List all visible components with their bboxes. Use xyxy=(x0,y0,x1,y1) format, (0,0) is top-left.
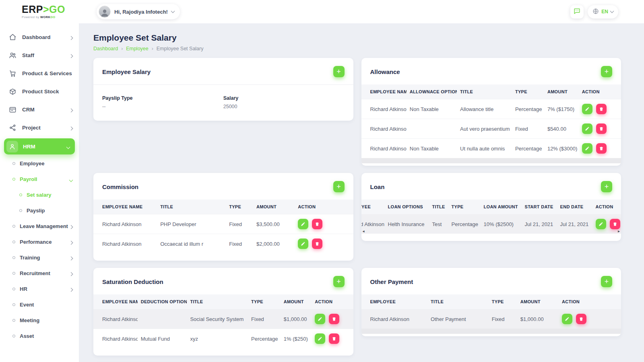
edit-button[interactable] xyxy=(562,314,572,324)
action-cell xyxy=(579,139,621,158)
column-header: EMPLOYEE xyxy=(361,294,428,309)
sidebar-item-set-salary[interactable]: Set salary xyxy=(0,187,79,203)
action-cell xyxy=(579,119,621,139)
card-header: Loan + xyxy=(361,173,621,200)
deduction-table: EMPLOYEE NAME DEDUCTION OPTION TITLE TYP… xyxy=(93,294,353,348)
language-label: EN xyxy=(601,9,608,14)
delete-button[interactable] xyxy=(596,104,607,114)
sidebar-item-payslip[interactable]: Payslip xyxy=(0,203,79,218)
edit-button[interactable] xyxy=(298,239,308,249)
payslip-type-field: Payslip Type -- xyxy=(102,95,223,109)
sidebar-item-staff[interactable]: Staff xyxy=(0,46,79,64)
sidebar-item-meeting[interactable]: Meeting xyxy=(0,313,79,328)
app-logo[interactable]: ERP>GO Powered by WORKDO xyxy=(0,4,79,19)
add-loan-button[interactable]: + xyxy=(601,181,612,192)
add-deduction-button[interactable]: + xyxy=(333,276,345,287)
users-icon xyxy=(9,51,17,59)
bullet-icon xyxy=(12,303,15,306)
sidebar-item-product-stock[interactable]: Product Stock xyxy=(0,82,79,101)
salary-details: Payslip Type -- Salary 25000 xyxy=(93,85,353,121)
delete-button[interactable] xyxy=(596,123,607,134)
loan-table: EMPLOYEE LOAN OPTIONS TITLE TYPE LOAN AM… xyxy=(361,200,621,234)
user-menu[interactable]: Hi, Rajodiya Infotech! xyxy=(97,4,180,19)
add-commission-button[interactable]: + xyxy=(333,181,345,192)
trash-icon xyxy=(599,126,604,131)
sidebar-item-dashboard[interactable]: Dashboard xyxy=(0,28,79,46)
column-header: TYPE xyxy=(248,294,281,309)
sidebar-item-performance[interactable]: Performance xyxy=(0,234,79,250)
card-header: Allowance + xyxy=(361,58,621,84)
delete-button[interactable] xyxy=(312,219,322,229)
pencil-icon xyxy=(318,317,322,321)
action-cell xyxy=(295,234,353,254)
cart-icon xyxy=(9,70,17,77)
bullet-icon xyxy=(12,162,15,165)
edit-button[interactable] xyxy=(315,314,325,324)
column-header: EMPLOYEE NAME xyxy=(93,200,157,214)
table-header-row: EMPLOYEE NAME ALLOWNACE OPTION TITLE TYP… xyxy=(361,84,621,99)
edit-button[interactable] xyxy=(315,333,325,344)
edit-button[interactable] xyxy=(582,104,592,114)
column-header: ACTION xyxy=(312,294,353,309)
column-header: EMPLOYEE xyxy=(361,200,385,214)
sidebar-item-hrm[interactable]: HRM xyxy=(4,138,75,154)
other-payment-card: Other Payment + EMPLOYEE TITLE TYPE AMOU… xyxy=(361,268,621,336)
sidebar-item-project[interactable]: Project xyxy=(0,119,79,137)
column-header: START DATE xyxy=(522,200,557,214)
edit-button[interactable] xyxy=(582,143,592,154)
sidebar-item-crm[interactable]: CRM xyxy=(0,101,79,119)
chat-icon xyxy=(573,7,581,16)
breadcrumb-dashboard[interactable]: Dashboard xyxy=(93,46,118,51)
sidebar-item-product-services[interactable]: Product & Services xyxy=(0,64,79,82)
chevron-right-icon xyxy=(70,124,72,132)
action-cell xyxy=(559,309,621,329)
plus-icon: + xyxy=(605,68,609,75)
delete-button[interactable] xyxy=(596,143,607,154)
add-allowance-button[interactable]: + xyxy=(601,66,612,77)
sidebar-item-payroll[interactable]: Payroll xyxy=(0,171,79,187)
delete-button[interactable] xyxy=(329,314,339,324)
sidebar-item-recruitment[interactable]: Recruitment xyxy=(0,265,79,281)
card-title: Loan xyxy=(370,183,385,190)
column-header: ALLOWNACE OPTION xyxy=(407,84,457,99)
horizontal-scrollbar-track[interactable] xyxy=(361,158,621,163)
sidebar-item-event[interactable]: Event xyxy=(0,297,79,313)
delete-button[interactable] xyxy=(610,219,620,229)
card-title: Other Payment xyxy=(370,278,413,285)
add-other-payment-button[interactable]: + xyxy=(601,276,612,287)
edit-button[interactable] xyxy=(596,219,606,229)
sidebar-item-employee[interactable]: Employee xyxy=(0,156,79,171)
breadcrumb-employee[interactable]: Employee xyxy=(126,46,149,51)
column-header: ACTION xyxy=(592,200,621,214)
add-salary-button[interactable]: + xyxy=(333,66,345,77)
assistant-button[interactable] xyxy=(570,5,584,19)
trash-icon xyxy=(579,317,584,321)
trash-icon xyxy=(332,317,336,321)
sidebar-item-training[interactable]: Training xyxy=(0,250,79,265)
column-header: AMOUNT xyxy=(253,200,295,214)
pencil-icon xyxy=(599,222,603,226)
edit-button[interactable] xyxy=(582,123,592,134)
delete-button[interactable] xyxy=(329,333,339,344)
pencil-icon xyxy=(301,241,305,246)
edit-button[interactable] xyxy=(298,219,308,229)
sidebar-item-asset[interactable]: Asset xyxy=(0,328,79,344)
delete-button[interactable] xyxy=(576,314,586,324)
sidebar-item-hr[interactable]: HR xyxy=(0,281,79,297)
table-row: Richard Atkinson Non Taxable Ut nulla au… xyxy=(361,139,621,158)
table-row: Richard Atkinson Mutual Fund xyz Percent… xyxy=(93,329,353,349)
column-header: AMOUNT xyxy=(517,294,559,309)
table-row: Richard Atkinson PHP Developer Fixed $3,… xyxy=(93,214,353,234)
loan-table-scroll[interactable]: EMPLOYEE LOAN OPTIONS TITLE TYPE LOAN AM… xyxy=(361,200,621,234)
delete-button[interactable] xyxy=(312,239,322,249)
sidebar-item-leave-management[interactable]: Leave Management xyxy=(0,218,79,234)
column-header: ACTION xyxy=(295,200,353,214)
action-cell xyxy=(312,309,353,329)
bullet-icon xyxy=(12,272,15,275)
breadcrumb-current: Employee Set Salary xyxy=(157,46,204,51)
chevron-right-icon xyxy=(70,286,72,293)
column-header: TYPE xyxy=(489,294,517,309)
language-selector[interactable]: EN xyxy=(588,5,618,19)
chevron-right-icon xyxy=(70,223,72,230)
horizontal-scrollbar-track[interactable] xyxy=(361,329,621,334)
